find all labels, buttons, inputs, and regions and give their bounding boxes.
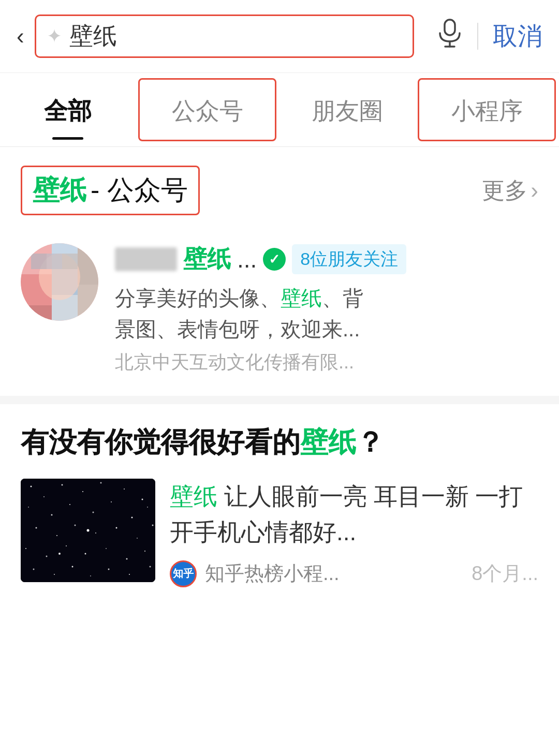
oa-name-ellipsis: ...	[237, 245, 257, 273]
svg-point-44	[126, 558, 128, 559]
oa-name-blurred	[115, 247, 177, 271]
friend-badge: 8位朋友关注	[292, 244, 406, 274]
svg-point-36	[116, 527, 117, 528]
article-time: 8个月...	[472, 560, 538, 587]
divider	[477, 23, 478, 50]
tab-gongzhonghao[interactable]: 公众号	[138, 78, 276, 141]
tabs-bar: 全部 公众号 朋友圈 小程序	[0, 73, 559, 147]
svg-point-20	[62, 484, 63, 485]
search-box[interactable]: ✦	[35, 14, 414, 58]
oa-info: 壁纸 ... ✓ 8位朋友关注 分享美好的头像、壁纸、背景图、表情包呀，欢迎来.…	[115, 243, 538, 375]
svg-point-29	[111, 501, 112, 502]
chevron-right-icon: ›	[531, 177, 538, 203]
article-title-keyword: 壁纸	[170, 483, 217, 510]
article-card[interactable]: 壁纸 让人眼前一亮 耳目一新 一打开手机心情都好... 知乎 知乎热榜小程...…	[21, 479, 538, 587]
svg-point-24	[142, 498, 143, 500]
svg-point-21	[82, 491, 83, 492]
search-header: ‹ ✦ 取消	[0, 0, 559, 73]
svg-rect-16	[62, 254, 78, 269]
svg-rect-0	[445, 20, 455, 35]
svg-point-37	[137, 538, 138, 539]
oa-desc-keyword: 壁纸	[281, 287, 322, 309]
svg-point-28	[93, 511, 94, 513]
svg-point-42	[85, 553, 86, 554]
svg-rect-12	[78, 285, 98, 321]
oa-company: 北京中天互动文化传播有限...	[115, 350, 538, 375]
svg-point-26	[51, 514, 53, 515]
voice-icon[interactable]	[437, 19, 463, 54]
search-icon: ✦	[47, 25, 62, 47]
svg-point-47	[54, 574, 55, 575]
svg-point-54	[58, 553, 61, 555]
svg-point-22	[100, 482, 102, 483]
question-text2: ？	[356, 426, 384, 457]
avatar	[21, 243, 98, 321]
more-button[interactable]: 更多 ›	[482, 175, 538, 206]
svg-point-50	[108, 568, 110, 570]
svg-point-23	[124, 488, 125, 490]
svg-point-51	[129, 574, 130, 575]
zhihu-badge: 知乎	[170, 560, 197, 587]
svg-point-41	[66, 545, 67, 546]
svg-point-40	[46, 555, 48, 557]
svg-point-38	[152, 524, 154, 526]
oa-card[interactable]: 壁纸 ... ✓ 8位朋友关注 分享美好的头像、壁纸、背景图、表情包呀，欢迎来.…	[0, 228, 559, 404]
svg-point-25	[28, 507, 29, 508]
svg-point-49	[90, 575, 91, 576]
oa-description: 分享美好的头像、壁纸、背景图、表情包呀，欢迎来...	[115, 283, 538, 345]
article-thumbnail	[21, 479, 155, 582]
oa-section-title: 壁纸 - 公众号	[21, 166, 200, 215]
verified-icon: ✓	[263, 248, 286, 271]
article-section: 有没有你觉得很好看的壁纸？	[0, 404, 559, 603]
tab-xiaochengxu[interactable]: 小程序	[418, 78, 556, 141]
more-label: 更多	[482, 175, 527, 206]
svg-point-32	[36, 527, 37, 528]
svg-point-46	[33, 568, 35, 570]
question-keyword: 壁纸	[300, 426, 356, 457]
search-input[interactable]	[69, 22, 402, 50]
back-button[interactable]: ‹	[17, 25, 24, 48]
tab-all[interactable]: 全部	[0, 80, 135, 140]
svg-point-45	[144, 551, 145, 552]
oa-desc-text1: 分享美好的头像、	[115, 287, 281, 309]
svg-rect-7	[21, 305, 52, 321]
oa-name-row: 壁纸 ... ✓ 8位朋友关注	[115, 243, 538, 275]
svg-point-18	[31, 485, 32, 487]
svg-point-52	[150, 566, 151, 567]
section-suffix: - 公众号	[91, 172, 188, 209]
svg-point-30	[131, 516, 133, 518]
tab-pengyouquan[interactable]: 朋友圈	[280, 80, 415, 140]
svg-rect-11	[78, 243, 98, 285]
article-meta: 知乎 知乎热榜小程... 8个月...	[170, 560, 538, 587]
article-question: 有没有你觉得很好看的壁纸？	[21, 423, 538, 462]
cancel-button[interactable]: 取消	[493, 20, 542, 53]
oa-name-keyword: 壁纸	[183, 243, 231, 275]
svg-point-33	[56, 535, 57, 536]
article-text: 壁纸 让人眼前一亮 耳目一新 一打开手机心情都好... 知乎 知乎热榜小程...…	[170, 479, 538, 587]
question-text1: 有没有你觉得很好看的	[21, 426, 300, 457]
article-source-name: 知乎热榜小程...	[205, 560, 340, 587]
article-title: 壁纸 让人眼前一亮 耳目一新 一打开手机心情都好...	[170, 479, 538, 550]
svg-point-34	[75, 524, 76, 526]
svg-point-48	[72, 566, 73, 567]
article-title-text: 让人眼前一亮 耳目一新 一打开手机心情都好...	[170, 483, 523, 545]
svg-point-39	[25, 548, 26, 549]
svg-point-19	[43, 496, 45, 497]
oa-section-header: 壁纸 - 公众号 更多 ›	[0, 147, 559, 228]
svg-rect-14	[31, 254, 47, 269]
svg-point-27	[69, 504, 70, 505]
svg-point-53	[87, 529, 90, 531]
svg-point-43	[106, 548, 107, 549]
svg-rect-15	[47, 254, 62, 269]
svg-point-35	[95, 532, 96, 533]
svg-point-31	[147, 507, 148, 508]
section-keyword: 壁纸	[33, 172, 86, 209]
